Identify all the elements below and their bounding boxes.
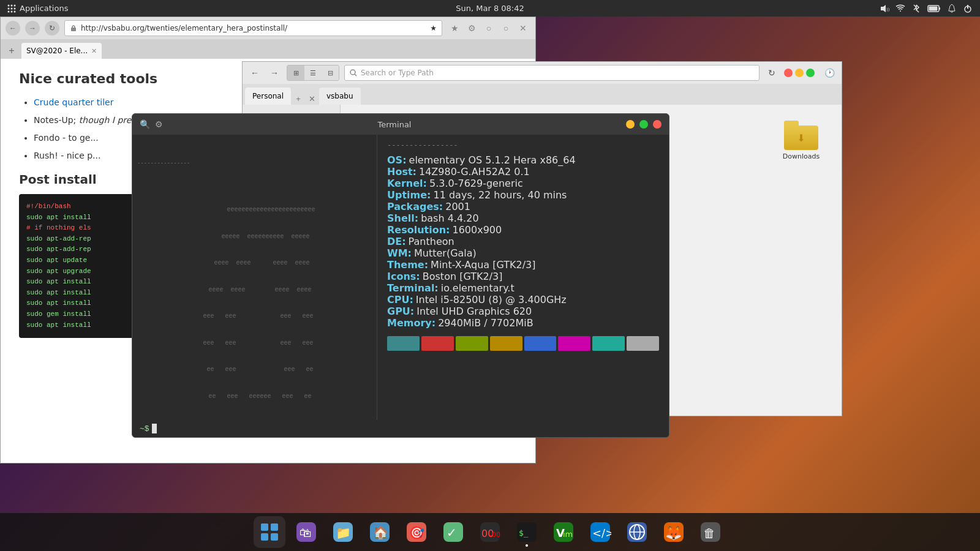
terminal-title-label: Terminal: [192, 120, 597, 129]
browser-max-button[interactable]: ○: [499, 21, 513, 36]
terminal-title-icons: 🔍 ⚙: [140, 119, 163, 129]
browser-min-button[interactable]: ○: [481, 21, 496, 36]
bluetooth-icon[interactable]: [911, 4, 921, 13]
terminal-maximize-button[interactable]: [639, 120, 648, 129]
topbar-system-icons: )))): [880, 4, 973, 13]
fm-refresh-button[interactable]: ↻: [764, 66, 779, 80]
taskbar-multitasking[interactable]: [254, 516, 285, 548]
bookmark-star[interactable]: ★: [430, 24, 437, 32]
code-line: sudo apt install: [26, 289, 91, 296]
svg-rect-16: [71, 28, 76, 31]
new-tab-button[interactable]: +: [3, 43, 20, 59]
topbar-apps[interactable]: Applications: [7, 4, 68, 13]
fm-folder-downloads[interactable]: ⬇ Downloads: [777, 121, 826, 160]
terminal-body: ---------------- eeeeeeeeeeeeeeeeeeeeeee…: [132, 135, 669, 420]
code-line: sudo apt-add-rep: [26, 246, 91, 253]
taskbar-home[interactable]: 🏠: [364, 516, 396, 548]
taskbar-timeshift[interactable]: 00 -00: [474, 516, 506, 548]
svg-point-5: [14, 7, 16, 9]
svg-rect-20: [271, 523, 278, 531]
taskbar-slingshot[interactable]: 🎯: [401, 516, 432, 548]
fm-minimize-button[interactable]: [795, 69, 804, 77]
taskbar-firefox[interactable]: 🦊: [658, 516, 690, 548]
taskbar-vscode[interactable]: </>: [584, 516, 616, 548]
svg-rect-13: [939, 7, 940, 10]
tab-close-button[interactable]: ✕: [91, 47, 97, 55]
color-green: [456, 336, 488, 351]
svg-point-8: [14, 10, 16, 12]
settings-button[interactable]: ⚙: [464, 21, 479, 36]
terminal-taskbar-icon: $_: [516, 521, 538, 543]
tab-vsbabu-label: vsbabu: [326, 92, 353, 100]
info-terminal: Terminal: io.elementary.t: [387, 282, 659, 294]
fm-add-tab-button[interactable]: +: [292, 92, 304, 105]
info-wm: WM: Mutter(Gala): [387, 247, 659, 259]
browser-tab-active[interactable]: SV@2020 - Ele... ✕: [21, 43, 102, 59]
fm-forward-button[interactable]: →: [267, 66, 282, 80]
terminal-close-button[interactable]: [653, 120, 662, 129]
svg-rect-12: [929, 6, 938, 10]
terminal-cursor: [152, 424, 157, 433]
color-grey: [627, 336, 659, 351]
info-kernel: Kernel: 5.3.0-7629-generic: [387, 178, 659, 189]
taskbar-browser[interactable]: [621, 516, 653, 548]
files-icon: 📁: [332, 521, 354, 543]
terminal-prompt[interactable]: ~$: [132, 420, 669, 437]
bookmark-button[interactable]: ★: [447, 21, 462, 36]
terminal-titlebar: 🔍 ⚙ Terminal: [132, 114, 669, 135]
vim-icon: V im: [552, 521, 575, 543]
tasks-icon: ✓: [442, 521, 464, 543]
volume-icon[interactable]: )))): [880, 4, 889, 13]
svg-text:🛍: 🛍: [300, 525, 312, 540]
browser-refresh-button[interactable]: ↻: [45, 21, 59, 36]
notification-icon[interactable]: [947, 4, 957, 13]
fm-view-buttons: ⊞ ☰ ⊟: [287, 65, 339, 81]
svg-text:✓: ✓: [447, 525, 457, 540]
svg-text:🏠: 🏠: [373, 525, 388, 540]
fm-window-buttons: [784, 69, 815, 77]
fm-list-view-button[interactable]: ☰: [304, 66, 322, 80]
code-line: sudo apt install: [26, 214, 91, 221]
taskbar-files[interactable]: 📁: [327, 516, 359, 548]
info-packages: Packages: 2001: [387, 201, 659, 212]
info-shell: Shell: bash 4.4.20: [387, 212, 659, 224]
list-link[interactable]: Crude quarter tiler: [34, 97, 113, 107]
info-os: OS: elementary OS 5.1.2 Hera x86_64: [387, 154, 659, 166]
info-uptime: Uptime: 11 days, 22 hours, 40 mins: [387, 189, 659, 201]
browser-url-bar[interactable]: http://vsbabu.org/twenties/elementary_he…: [64, 20, 442, 36]
fm-grid-view-button[interactable]: ⊞: [287, 66, 304, 80]
fm-back-button[interactable]: ←: [247, 66, 262, 80]
browser-close-button[interactable]: ✕: [516, 21, 530, 36]
browser-titlebar: ← → ↻ http://vsbabu.org/twenties/element…: [1, 17, 535, 39]
power-icon[interactable]: [963, 4, 973, 13]
svg-text:im: im: [563, 530, 573, 539]
taskbar-appcenter[interactable]: 🛍: [290, 516, 322, 548]
fm-column-view-button[interactable]: ⊟: [322, 66, 339, 80]
svg-point-6: [8, 10, 10, 12]
fm-tab-personal[interactable]: Personal: [245, 88, 291, 105]
firefox-icon: 🦊: [663, 521, 685, 543]
color-red: [421, 336, 454, 351]
taskbar-trash[interactable]: 🗑: [695, 516, 726, 548]
svg-point-2: [14, 4, 16, 6]
browser-forward-button[interactable]: →: [25, 21, 40, 36]
code-line: sudo apt upgrade: [26, 268, 91, 275]
fm-tab-vsbabu[interactable]: vsbabu: [319, 88, 361, 105]
svg-text:🗑: 🗑: [703, 526, 715, 541]
fm-search-bar[interactable]: Search or Type Path: [344, 65, 760, 81]
taskbar-terminal[interactable]: $_: [511, 516, 543, 548]
browser-back-button[interactable]: ←: [6, 21, 20, 36]
taskbar-tasks[interactable]: ✓: [437, 516, 469, 548]
wifi-icon[interactable]: [895, 4, 905, 13]
taskbar-vim[interactable]: V im: [548, 516, 579, 548]
info-host: Host: 14Z980-G.AH52A2 0.1: [387, 166, 659, 178]
terminal-minimize-button[interactable]: [626, 120, 635, 129]
fm-close-button[interactable]: [784, 69, 793, 77]
terminal-search-button[interactable]: 🔍: [140, 119, 150, 129]
color-cyan: [592, 336, 625, 351]
fm-tab-close-button[interactable]: ✕: [306, 92, 318, 105]
fm-history-button[interactable]: 🕐: [822, 66, 837, 80]
fm-maximize-button[interactable]: [806, 69, 815, 77]
tab-personal-label: Personal: [252, 92, 284, 100]
terminal-settings-button[interactable]: ⚙: [155, 119, 163, 129]
